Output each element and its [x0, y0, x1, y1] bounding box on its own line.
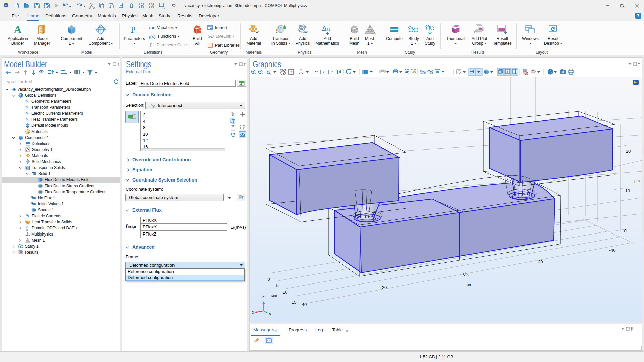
svg-text:μm: μm	[271, 293, 277, 297]
svg-text:Δ: Δ	[322, 24, 326, 32]
svg-text:-40: -40	[609, 248, 616, 253]
svg-text:40: 40	[302, 302, 307, 307]
svg-text:P: P	[150, 43, 152, 48]
svg-text:i: i	[136, 28, 138, 35]
svg-text:xy: xy	[315, 69, 318, 73]
svg-text:x: x	[252, 310, 254, 315]
svg-text:0: 0	[624, 228, 626, 234]
svg-text:a: a	[149, 25, 152, 30]
svg-text:10: 10	[283, 290, 287, 295]
svg-text:μm: μm	[634, 178, 640, 183]
svg-text:P: P	[131, 25, 135, 35]
svg-text:-20: -20	[537, 259, 543, 264]
svg-text:0: 0	[463, 272, 465, 277]
svg-text:15: 15	[292, 300, 296, 305]
svg-text:20: 20	[382, 285, 387, 290]
svg-text:20: 20	[626, 149, 631, 154]
svg-text:yz: yz	[323, 69, 326, 73]
svg-text:z: z	[262, 294, 265, 299]
svg-text:10: 10	[625, 188, 630, 193]
svg-text:μm: μm	[467, 282, 472, 287]
svg-text:i: i	[153, 44, 154, 48]
svg-text:=: =	[152, 25, 155, 30]
svg-text:f(x): f(x)	[149, 34, 156, 39]
svg-text:5: 5	[276, 283, 278, 288]
svg-text:xz: xz	[330, 69, 334, 73]
svg-text:y: y	[269, 311, 271, 316]
svg-text:u: u	[327, 26, 330, 33]
svg-text:0: 0	[267, 277, 270, 282]
svg-text:A: A	[14, 24, 22, 35]
